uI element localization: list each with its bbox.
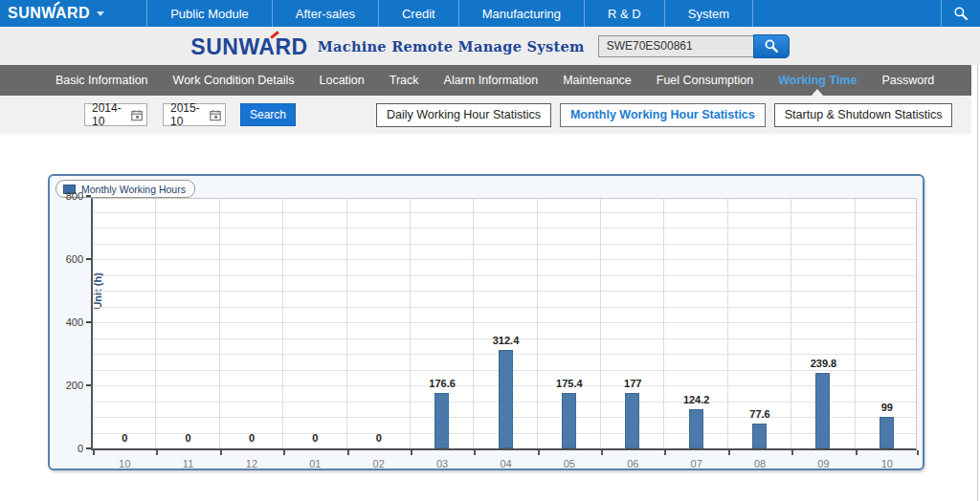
y-axis-label: 400 (51, 316, 83, 328)
legend-label: Monthly Working Hours (81, 184, 186, 195)
tab-password[interactable]: Password (869, 65, 947, 96)
x-axis-tick (156, 450, 158, 455)
bar (880, 417, 894, 448)
bar-value-label: 0 (284, 432, 345, 444)
date-from-value: 2014-10 (92, 101, 131, 128)
date-to-value: 2015-10 (170, 101, 210, 128)
y-axis-tick (86, 447, 91, 449)
logo-text: SUNWARD (8, 5, 90, 22)
x-axis-category-label: 01 (286, 458, 344, 469)
sunward-logo-large: SUNWARD (190, 32, 307, 60)
global-search-button[interactable] (941, 0, 980, 27)
app-header: SUNWARD Machine Remote Manage System (0, 27, 980, 65)
date-to-input[interactable]: 2015-10 (163, 103, 226, 126)
tab-fuel-consumption[interactable]: Fuel Consumption (644, 65, 766, 96)
page-title: Machine Remote Manage System (318, 38, 585, 54)
tab-location[interactable]: Location (306, 65, 376, 96)
tab-work-condition-details[interactable]: Work Condition Details (161, 65, 307, 96)
bar-value-label: 124.2 (666, 394, 727, 405)
x-axis-category-label: 07 (668, 458, 725, 469)
topnav-menu: Public ModuleAfter-salesCreditManufactur… (146, 0, 753, 27)
gridline-vertical (282, 199, 283, 448)
bar-value-label: 0 (94, 432, 155, 444)
x-axis-tick (917, 450, 919, 455)
top-navigation-bar: SUNWARD Public ModuleAfter-salesCreditMa… (0, 0, 980, 27)
gridline-vertical (791, 199, 791, 448)
topnav-item-system[interactable]: System (664, 0, 753, 27)
gridline-vertical (727, 199, 728, 448)
x-axis-tick (601, 450, 603, 455)
stat-button-monthly-working-hour-statistics[interactable]: Monthly Working Hour Statistics (560, 103, 766, 127)
x-axis-tick (728, 450, 730, 455)
tab-working-time[interactable]: Working Time (766, 65, 869, 96)
search-button[interactable]: Search (240, 103, 296, 126)
topnav-item-credit[interactable]: Credit (378, 0, 458, 27)
calendar-icon[interactable] (210, 109, 221, 121)
tab-basic-information[interactable]: Basic Information (43, 65, 161, 96)
y-axis-tick (86, 195, 91, 197)
y-axis-label: 200 (51, 380, 83, 391)
calendar-icon[interactable] (131, 109, 143, 121)
search-icon (764, 38, 779, 54)
gridline-vertical (537, 199, 538, 448)
y-axis-label: 0 (51, 443, 83, 454)
x-axis-category-label: 10 (96, 458, 153, 469)
gridline-vertical (473, 199, 474, 448)
gridline-vertical (855, 199, 856, 448)
gridline-horizontal (93, 212, 916, 213)
bar-value-label: 312.4 (476, 335, 537, 346)
x-axis-category-label: 12 (223, 458, 280, 469)
bar-value-label: 99 (857, 402, 918, 413)
search-icon (953, 6, 969, 21)
gridline-horizontal (93, 244, 916, 245)
x-axis-category-label: 03 (413, 458, 471, 469)
bar-value-label: 0 (158, 432, 219, 444)
bar (815, 373, 830, 448)
topnav-item-r-d[interactable]: R & D (584, 0, 664, 27)
gridline-horizontal (93, 228, 916, 229)
main-content: Monthly Working Hours Unit (h) 020040060… (0, 134, 980, 501)
gridline-vertical (663, 199, 664, 448)
stat-button-startup-shutdown-statistics[interactable]: Startup & Shutdown Statistics (774, 103, 953, 127)
machine-id-input[interactable] (598, 35, 753, 57)
bar (499, 350, 513, 448)
tab-alarm-information[interactable]: Alarm Information (432, 65, 551, 96)
x-axis-tick (538, 450, 540, 455)
bar (689, 409, 703, 448)
gridline-vertical (600, 199, 601, 448)
topnav-item-manufacturing[interactable]: Manufacturing (458, 0, 584, 27)
window-edge-divider (977, 65, 978, 501)
bar-value-label: 176.6 (412, 378, 473, 389)
y-axis-tick (86, 384, 91, 386)
machine-search-button[interactable] (753, 34, 790, 58)
working-hours-chart-panel: Monthly Working Hours Unit (h) 020040060… (48, 174, 924, 470)
bar-value-label: 77.6 (729, 408, 791, 420)
x-axis-tick (93, 450, 95, 455)
x-axis-category-label: 06 (604, 458, 661, 469)
y-axis-label: 800 (51, 190, 83, 202)
gridline-vertical (155, 199, 156, 448)
x-axis-category-label: 08 (731, 458, 789, 469)
topnav-item-public-module[interactable]: Public Module (146, 0, 272, 27)
statistics-button-group: Daily Working Hour StatisticsMonthly Wor… (376, 103, 952, 127)
date-from-input[interactable]: 2014-10 (84, 103, 147, 126)
x-axis-category-label: 10 (858, 458, 916, 469)
stat-button-daily-working-hour-statistics[interactable]: Daily Working Hour Statistics (376, 103, 551, 127)
bar-value-label: 239.8 (792, 358, 854, 369)
tab-track[interactable]: Track (377, 65, 432, 96)
x-axis-category-label: 05 (541, 458, 598, 469)
bar (752, 424, 767, 448)
gridline-horizontal (93, 275, 916, 276)
filter-toolbar: 2014-10 2015-10 Search Daily Working Hou… (0, 96, 971, 134)
x-axis-tick (856, 450, 858, 455)
gridline-horizontal (93, 307, 916, 308)
tab-maintenance[interactable]: Maintenance (550, 65, 644, 96)
bar (562, 393, 576, 448)
gridline-horizontal (93, 322, 916, 323)
bar-value-label: 177 (602, 378, 663, 389)
topnav-item-after-sales[interactable]: After-sales (272, 0, 378, 27)
x-axis-category-label: 09 (794, 458, 852, 469)
bar (434, 393, 449, 448)
sunward-logo-small[interactable]: SUNWARD (0, 0, 114, 27)
y-axis-tick (86, 258, 91, 260)
